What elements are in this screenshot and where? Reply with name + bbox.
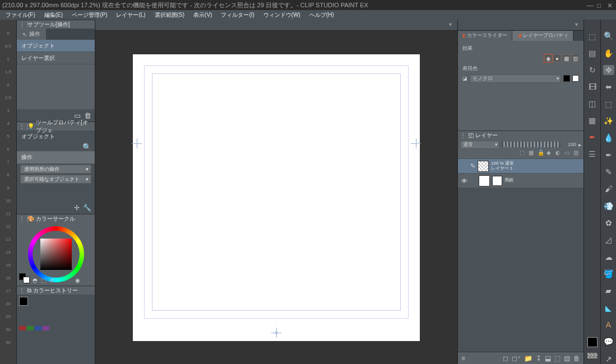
wheel-type-icon[interactable]: ◓ <box>33 277 38 283</box>
rotate-icon[interactable]: ↻ <box>586 64 599 76</box>
panel-grip-icon[interactable]: ⋮⋮ <box>19 21 26 27</box>
menu-view[interactable]: 表示(V) <box>189 11 216 19</box>
search-icon[interactable]: 🔍 <box>82 143 91 151</box>
crosshair-icon[interactable]: ✢ <box>74 204 80 212</box>
zoom-tool-icon[interactable]: 🔍 <box>603 31 614 41</box>
color-wheel[interactable] <box>28 226 84 282</box>
minimize-icon[interactable]: — <box>587 2 594 8</box>
reference-icon[interactable]: ◆ <box>546 150 554 157</box>
history-current-swatch[interactable] <box>19 297 28 306</box>
new-layer-icon[interactable]: ◻ <box>503 354 508 362</box>
menu-filter[interactable]: フィルター(I) <box>216 11 258 19</box>
toolprop-opt2[interactable]: 選択可能なオブジェクト <box>20 175 91 184</box>
text-tool-icon[interactable]: A <box>603 320 614 330</box>
lock-icon[interactable]: ⬚ <box>520 150 527 157</box>
swap-icon[interactable]: ↺ <box>49 277 54 283</box>
palette-icon[interactable]: ⬚ <box>41 277 46 283</box>
expr-black-swatch[interactable] <box>563 75 570 82</box>
wrench-icon[interactable]: 🔧 <box>83 204 91 212</box>
lock-trans-icon[interactable]: ▦ <box>529 150 536 157</box>
opacity-slider[interactable] <box>502 142 561 147</box>
chevron-icon[interactable]: ▸ <box>578 142 581 148</box>
history-swatch[interactable] <box>35 326 41 330</box>
operation-tool-icon[interactable]: ✥ <box>603 65 614 75</box>
canvas-page[interactable]: 6 <box>133 54 420 341</box>
expression-dropdown[interactable]: モノクロ <box>470 74 561 83</box>
panel-grip-icon[interactable]: ⋮⋮ <box>460 132 467 138</box>
eraser-tool-icon[interactable]: ◿ <box>603 235 614 245</box>
effect-none-icon[interactable]: ◉ <box>544 54 552 62</box>
menu-edit[interactable]: 編集(E) <box>40 11 67 19</box>
brush-icon[interactable]: ✒ <box>586 132 599 143</box>
opacity-value[interactable]: 100 <box>563 142 576 147</box>
fill-tool-icon[interactable]: 🪣 <box>603 269 614 279</box>
history-swatch[interactable] <box>27 326 34 330</box>
menu-page[interactable]: ページ管理(P) <box>67 11 112 19</box>
menu-selection[interactable]: 選択範囲(S) <box>150 11 189 19</box>
panel-grip-icon[interactable]: ⋮⋮ <box>19 216 26 222</box>
menu-layer[interactable]: レイヤー(L) <box>112 11 150 19</box>
balloon-tool-icon[interactable]: 💬 <box>603 337 614 347</box>
document-tabs[interactable] <box>95 20 457 31</box>
figure-tool-icon[interactable]: ◣ <box>603 303 614 313</box>
navigator-icon[interactable]: ▤ <box>586 48 599 59</box>
toolprop-opt1[interactable]: 透明箇所の操作 <box>20 165 91 174</box>
history-icon[interactable]: ◫ <box>586 98 599 109</box>
stack-icon[interactable]: ☰ <box>586 148 599 160</box>
pen-tool-icon[interactable]: ✒ <box>603 150 614 160</box>
clip-icon[interactable]: ◐ <box>555 150 563 157</box>
lock-all-icon[interactable]: 🔒 <box>538 150 545 157</box>
hand-tool-icon[interactable]: ✋ <box>603 48 614 58</box>
menu-file[interactable]: ファイル(F) <box>1 11 40 19</box>
subtool-layerselect[interactable]: レイヤー選択 <box>17 52 95 64</box>
subtool-object[interactable]: オブジェクト <box>17 40 95 52</box>
effect-border-icon[interactable]: ● <box>553 54 561 62</box>
quickaccess-icon[interactable]: ⬚ <box>586 31 599 42</box>
subtool-tab-operation[interactable]: ↖ 操作 <box>17 29 46 40</box>
history-swatch[interactable] <box>19 326 26 330</box>
close-icon[interactable]: ✕ <box>607 2 614 8</box>
tone-icon[interactable]: ▥ <box>573 150 581 157</box>
blend-mode-dropdown[interactable]: 通常 <box>460 141 499 149</box>
layer-item-1[interactable]: ✎ 100 % 通常 レイヤー 1 <box>458 158 583 173</box>
color-swatch-tool[interactable] <box>587 337 598 347</box>
move-layer-icon[interactable]: ⬌ <box>603 82 614 92</box>
apply-icon[interactable]: ▤ <box>564 354 570 362</box>
paper-thumbnail[interactable] <box>479 175 490 186</box>
panel-grip-icon[interactable]: ⋮⋮ <box>19 123 26 129</box>
tab-colorslider[interactable]: ▮ カラースライダー <box>458 31 512 41</box>
eyedropper-icon[interactable]: 💧 <box>603 133 614 143</box>
menu-help[interactable]: ヘルプ(H) <box>305 11 339 19</box>
canvas-viewport[interactable]: 6 <box>95 31 457 364</box>
gradient-tool-icon[interactable]: ▰ <box>603 286 614 296</box>
mask-icon[interactable]: ⬚ <box>554 354 561 362</box>
layer-item-paper[interactable]: 👁 用紙 <box>458 173 583 188</box>
tab-layerproperty[interactable]: ◢ レイヤープロパティ <box>512 31 574 41</box>
marquee-tool-icon[interactable]: ⬚ <box>603 99 614 109</box>
pencil-tool-icon[interactable]: ✎ <box>603 167 614 177</box>
new-raster-icon[interactable]: ◻⁺ <box>512 354 521 362</box>
panel-grip-icon[interactable]: ⋮⋮ <box>19 287 26 293</box>
effect-color-icon[interactable]: ▥ <box>571 54 579 62</box>
maximize-icon[interactable]: □ <box>597 2 604 8</box>
new-folder-icon[interactable]: 📁 <box>524 354 532 362</box>
sv-square[interactable] <box>40 239 72 270</box>
menu-window[interactable]: ウィンドウ(W) <box>259 11 305 19</box>
deco-tool-icon[interactable]: ✿ <box>603 218 614 228</box>
blend-tool-icon[interactable]: ☁ <box>603 251 614 262</box>
checker-icon[interactable] <box>587 353 598 358</box>
visibility-icon[interactable]: 👁 <box>460 178 468 184</box>
expr-white-swatch[interactable] <box>572 75 579 82</box>
history-swatch[interactable] <box>43 326 49 330</box>
wand-tool-icon[interactable]: ✨ <box>603 116 614 126</box>
picker-icon[interactable]: ◉ <box>75 277 80 283</box>
ruler-icon[interactable]: ▭ <box>564 150 572 157</box>
texture-icon[interactable]: ▦ <box>586 115 599 126</box>
bg-swatch[interactable] <box>23 277 30 283</box>
airbrush-tool-icon[interactable]: 💨 <box>603 200 614 211</box>
panel-options-icon[interactable]: ≡ <box>461 354 465 362</box>
effect-tone-icon[interactable]: ▦ <box>562 54 570 62</box>
brush-tool-icon[interactable]: 🖌 <box>603 184 614 194</box>
transfer-icon[interactable]: ↧ <box>536 354 541 362</box>
layer-thumbnail[interactable] <box>478 161 489 172</box>
